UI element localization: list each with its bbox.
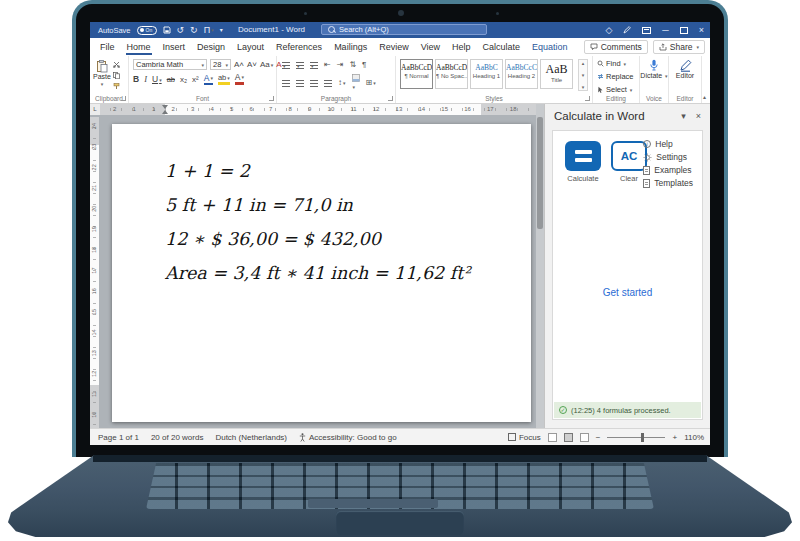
examples-link[interactable]: Examples	[643, 165, 693, 175]
word-count[interactable]: 20 of 20 words	[151, 433, 203, 442]
diamond-icon[interactable]: ◇	[605, 22, 612, 38]
text-effects-icon[interactable]: A	[204, 74, 213, 85]
font-dialog-launcher[interactable]	[269, 96, 274, 101]
increase-indent-icon[interactable]: ⇥	[337, 60, 344, 70]
tab-file[interactable]: File	[94, 38, 121, 56]
zoom-level[interactable]: 110%	[684, 433, 704, 442]
read-mode-icon[interactable]	[548, 433, 557, 442]
format-painter-icon[interactable]	[113, 83, 120, 90]
change-case-icon[interactable]: Aa	[260, 60, 273, 69]
tab-layout[interactable]: Layout	[231, 38, 270, 56]
settings-link[interactable]: Settings	[643, 152, 693, 162]
minimize-button[interactable]: ─	[662, 22, 668, 38]
calculate-button[interactable]	[565, 141, 601, 171]
close-button[interactable]: ×	[699, 22, 704, 38]
align-center-icon[interactable]	[296, 80, 304, 87]
numbering-icon[interactable]	[296, 62, 304, 69]
zoom-slider[interactable]	[607, 437, 665, 438]
styles-dialog-launcher[interactable]	[585, 96, 590, 101]
decrease-indent-icon[interactable]: ⇤	[324, 60, 331, 70]
select-button[interactable]: Select	[597, 85, 632, 94]
find-button[interactable]: Find	[597, 59, 626, 68]
style-no-spacing[interactable]: AaBbCcDc ¶ No Spac...	[435, 59, 468, 89]
bold-button[interactable]: B	[133, 74, 139, 84]
underline-button[interactable]: U	[152, 74, 162, 84]
pane-options-icon[interactable]: ▾	[681, 111, 686, 121]
copy-icon[interactable]	[113, 72, 120, 79]
get-started-link[interactable]: Get started	[553, 287, 702, 298]
styles-gallery-scroll[interactable]: ▴▾▾	[578, 59, 588, 91]
tab-view[interactable]: View	[415, 38, 446, 56]
pilcrow-icon[interactable]: ¶	[362, 60, 366, 70]
tab-references[interactable]: References	[270, 38, 328, 56]
clear-button[interactable]: AC	[611, 141, 647, 171]
font-name-combo[interactable]: Cambria Math	[133, 59, 207, 70]
font-size-combo[interactable]: 28	[210, 59, 231, 70]
print-layout-icon[interactable]	[564, 433, 573, 442]
undo-icon[interactable]: ↺	[177, 22, 185, 38]
style-title[interactable]: AaB Title	[540, 59, 573, 89]
shrink-font-icon[interactable]: A˅	[247, 60, 257, 69]
language-indicator[interactable]: Dutch (Netherlands)	[215, 433, 287, 442]
superscript-button[interactable]: x²	[192, 75, 199, 84]
scrollbar-thumb[interactable]	[537, 117, 543, 229]
ribbon-display-options-icon[interactable]	[642, 27, 651, 34]
comments-button[interactable]: Comments	[584, 40, 648, 54]
autosave-toggle[interactable]: On	[137, 26, 157, 35]
accessibility-status[interactable]: Accessibility: Good to go	[299, 433, 397, 442]
tab-insert[interactable]: Insert	[157, 38, 192, 56]
search-box[interactable]: Search (Alt+Q)	[321, 24, 487, 35]
pane-close-icon[interactable]: ×	[696, 111, 701, 121]
style-heading2[interactable]: AaBbCcC Heading 2	[505, 59, 538, 89]
align-left-icon[interactable]	[282, 80, 290, 87]
shading-icon[interactable]	[352, 74, 360, 92]
document-scrollbar[interactable]	[536, 104, 544, 428]
grow-font-icon[interactable]: A˄	[234, 60, 244, 69]
paste-button[interactable]: Paste	[93, 60, 110, 87]
tab-equation[interactable]: Equation	[526, 38, 574, 56]
page-indicator[interactable]: Page 1 of 1	[98, 433, 139, 442]
font-color-icon[interactable]: A	[235, 73, 244, 85]
tab-home[interactable]: Home	[121, 38, 157, 56]
tab-design[interactable]: Design	[191, 38, 231, 56]
style-heading1[interactable]: AaBbC Heading 1	[470, 59, 503, 89]
tab-calculate[interactable]: Calculate	[477, 38, 527, 56]
save-icon[interactable]	[163, 26, 171, 34]
replace-button[interactable]: Replace	[597, 72, 634, 81]
clipboard-dialog-launcher[interactable]	[121, 96, 126, 101]
bullets-icon[interactable]	[282, 62, 290, 69]
pen-icon[interactable]	[623, 26, 631, 34]
paragraph-dialog-launcher[interactable]	[388, 96, 393, 101]
help-link[interactable]: Help	[643, 139, 693, 149]
editor-button[interactable]: Editor	[669, 59, 701, 79]
indent-markers[interactable]	[162, 105, 168, 114]
cut-icon[interactable]	[113, 61, 120, 68]
equation-qat-icon[interactable]: Π	[204, 22, 214, 38]
subscript-button[interactable]: x₂	[180, 75, 187, 84]
multilevel-list-icon[interactable]	[310, 62, 318, 69]
style-normal[interactable]: AaBbCcDc ¶ Normal	[400, 59, 433, 89]
align-right-icon[interactable]	[310, 80, 318, 87]
share-button[interactable]: Share	[653, 40, 705, 54]
sort-icon[interactable]: ⇅	[349, 60, 356, 70]
focus-button[interactable]: Focus	[508, 433, 541, 442]
customize-qat-icon[interactable]: ▾	[220, 22, 223, 38]
tab-selector[interactable]: L	[90, 104, 100, 115]
dictate-button[interactable]: Dictate	[640, 59, 668, 79]
maximize-button[interactable]	[680, 27, 688, 34]
tab-review[interactable]: Review	[373, 38, 415, 56]
italic-button[interactable]: I	[144, 74, 147, 84]
collapse-ribbon-icon[interactable]: ▴	[703, 93, 706, 100]
document-page[interactable]: 1 + 1 = 2 5 ft + 11 in = 71,0 in 12 ∗ $ …	[112, 124, 531, 422]
justify-icon[interactable]	[324, 80, 332, 87]
borders-icon[interactable]: ⊞	[366, 78, 376, 88]
strikethrough-button[interactable]: ab	[167, 75, 175, 84]
zoom-out-button[interactable]: −	[596, 433, 601, 442]
redo-icon[interactable]: ↻	[190, 22, 198, 38]
templates-link[interactable]: Templates	[643, 178, 693, 188]
tab-mailings[interactable]: Mailings	[328, 38, 373, 56]
web-layout-icon[interactable]	[580, 433, 589, 442]
zoom-slider-thumb[interactable]	[641, 433, 644, 442]
highlight-color-icon[interactable]: ab	[218, 74, 230, 85]
tab-help[interactable]: Help	[446, 38, 477, 56]
